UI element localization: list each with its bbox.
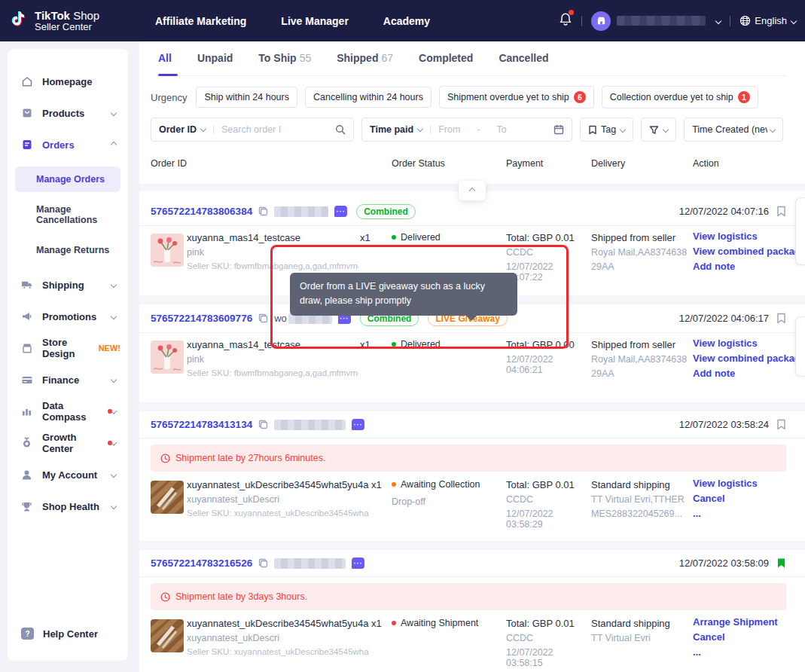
product-variant: pink: [187, 354, 358, 365]
sidebar-item-data-compass[interactable]: Data Compass: [21, 402, 120, 421]
copy-icon[interactable]: [258, 206, 268, 216]
live-giveaway-tooltip: Order from a LIVE giveaway such as a luc…: [290, 273, 517, 316]
chat-icon[interactable]: ···: [352, 419, 364, 430]
sidebar-item-store-design[interactable]: Store Design NEW!: [21, 338, 120, 358]
action-view-combined-package[interactable]: View combined package: [693, 353, 805, 364]
bookmark-icon[interactable]: [776, 313, 786, 324]
order-id-link[interactable]: 576572214783216526: [151, 557, 252, 569]
action-add-note[interactable]: Add note: [693, 261, 805, 272]
action-cancel[interactable]: Cancel: [693, 631, 778, 643]
order-id-link[interactable]: 576572214783806384: [151, 206, 252, 217]
tab-shipped[interactable]: Shipped67: [337, 52, 393, 75]
sidebar-item-homepage[interactable]: Homepage: [21, 72, 120, 91]
brand-text: TikTok Shop Seller Center: [35, 10, 99, 32]
product-thumbnail-flower[interactable]: [151, 234, 184, 267]
nav-academy[interactable]: Academy: [383, 15, 430, 27]
sidebar-subitem-manage-cancellations[interactable]: Manage Cancellations: [15, 197, 120, 233]
sidebar-item-promotions[interactable]: Promotions: [21, 307, 120, 326]
more-filters[interactable]: [641, 118, 676, 142]
product-sku: Seller SKU: xuyannatest_ukDescribe34545w…: [187, 509, 369, 518]
tab-completed[interactable]: Completed: [419, 52, 473, 75]
help-center[interactable]: ? Help Center: [21, 628, 98, 640]
date-to-input[interactable]: To: [496, 124, 506, 135]
action-more[interactable]: ...: [693, 646, 778, 658]
bookmark-icon[interactable]: [776, 206, 786, 217]
nav-affiliate-marketing[interactable]: Affiliate Marketing: [155, 15, 246, 27]
tiktok-note-icon: [8, 9, 30, 33]
tab-cancelled[interactable]: Cancelled: [499, 52, 548, 75]
sidebar-item-shop-health[interactable]: Shop Health: [21, 496, 120, 516]
col-order-id: Order ID: [151, 158, 187, 169]
delivery-carrier: TT Virtual Evri,TTHER: [591, 494, 689, 505]
order-id-link[interactable]: 576572214783609776: [151, 313, 252, 324]
bookmark-icon[interactable]: [776, 419, 786, 430]
sidebar-item-my-account[interactable]: My Account: [21, 465, 120, 484]
sidebar-item-growth-center[interactable]: Growth Center: [21, 433, 120, 453]
sidebar-subitem-manage-orders[interactable]: Manage Orders: [15, 166, 120, 192]
brand-logo[interactable]: TikTok Shop Seller Center: [8, 9, 149, 33]
sidebar-item-label: Orders: [42, 139, 75, 151]
order-created-time: 12/07/2022 03:58:24: [679, 419, 769, 430]
action-add-note[interactable]: Add note: [693, 368, 805, 379]
chip-shipment-overdue[interactable]: Shipment overdue yet to ship6: [439, 86, 594, 108]
megaphone-icon: [21, 310, 33, 322]
redacted-buyer-name: [274, 420, 346, 430]
sidebar-item-shipping[interactable]: Shipping: [21, 275, 120, 295]
tab-all[interactable]: All: [158, 52, 172, 75]
language-selector[interactable]: English: [739, 15, 796, 26]
urgency-label: Urgency: [151, 92, 187, 103]
action-view-logistics[interactable]: View logistics: [693, 338, 805, 349]
help-icon: ?: [21, 628, 34, 640]
payment-method: CCDC: [506, 494, 590, 505]
delivery-carrier: TT Virtual Evri: [591, 633, 689, 643]
chevron-down-icon: [111, 377, 117, 383]
action-view-combined-package[interactable]: View combined package: [693, 246, 805, 257]
date-from-input[interactable]: From: [438, 124, 460, 135]
account-menu[interactable]: [591, 11, 721, 31]
chip-collection-overdue[interactable]: Collection overdue yet to ship1: [602, 86, 758, 108]
tag-filter[interactable]: Tag: [580, 118, 633, 142]
medal-icon: [21, 437, 33, 449]
chat-icon[interactable]: ···: [352, 557, 364, 569]
chip-cancelling-within-24h[interactable]: Cancelling within 24 hours: [305, 87, 431, 108]
tab-to-ship[interactable]: To Ship55: [258, 52, 311, 75]
side-floating-widget[interactable]: [795, 316, 805, 377]
product-thumbnail-wood[interactable]: [151, 481, 184, 514]
sidebar-item-products[interactable]: Products: [21, 103, 120, 123]
search-input[interactable]: [221, 124, 291, 135]
col-delivery: Delivery: [591, 158, 625, 169]
order-status: Delivered: [401, 339, 441, 350]
time-field-select[interactable]: Time paid: [370, 124, 422, 135]
chip-ship-within-24h[interactable]: Ship within 24 hours: [196, 87, 297, 108]
order-id-link[interactable]: 576572214783413134: [151, 419, 252, 430]
action-more[interactable]: ...: [693, 508, 758, 519]
action-cancel[interactable]: Cancel: [693, 493, 758, 504]
tab-unpaid[interactable]: Unpaid: [197, 52, 233, 75]
orders-main: All Unpaid To Ship55 Shipped67 Completed…: [139, 41, 805, 672]
notifications-bell-icon[interactable]: [559, 12, 572, 29]
product-quantity: x1: [371, 479, 382, 490]
product-thumbnail-flower[interactable]: [151, 341, 184, 374]
search-icon[interactable]: [335, 124, 346, 135]
sidebar-item-finance[interactable]: Finance: [21, 370, 120, 389]
copy-icon[interactable]: [258, 558, 268, 568]
bookmark-icon-flagged[interactable]: [776, 557, 786, 569]
sort-select[interactable]: Time Created (nev: [684, 118, 783, 142]
sidebar-item-orders[interactable]: Orders: [21, 135, 120, 154]
calendar-icon[interactable]: [553, 124, 564, 135]
side-floating-widget[interactable]: [795, 197, 805, 265]
product-thumbnail-wood[interactable]: [151, 619, 184, 652]
copy-icon[interactable]: [258, 313, 268, 323]
redacted-shop-name: [617, 16, 706, 26]
nav-live-manager[interactable]: Live Manager: [281, 15, 348, 27]
action-view-logistics[interactable]: View logistics: [693, 478, 758, 489]
sidebar-subitem-manage-returns[interactable]: Manage Returns: [15, 237, 120, 263]
collapse-button[interactable]: [459, 181, 486, 200]
copy-icon[interactable]: [258, 420, 268, 429]
redacted-buyer-name: [274, 558, 346, 569]
chat-icon[interactable]: ···: [334, 206, 347, 217]
action-view-logistics[interactable]: View logistics: [693, 231, 805, 242]
payment-total: Total: GBP 0.01: [506, 232, 590, 243]
search-type-select[interactable]: Order ID: [159, 124, 206, 135]
action-arrange-shipment[interactable]: Arrange Shipment: [693, 616, 778, 628]
